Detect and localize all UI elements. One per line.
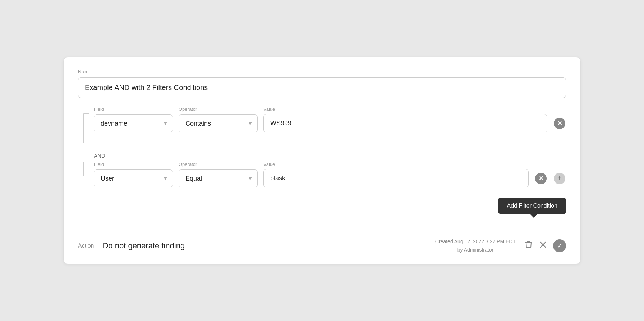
filter2-field-label: Field [94,162,173,167]
confirm-icon: ✓ [553,239,566,252]
filter1-remove-icon: ✕ [554,118,565,129]
filter2-field-select[interactable]: User [94,169,173,187]
cancel-icon [539,240,547,249]
action-icons: ✓ [524,239,566,252]
filter1-fields: Field Operator Value devname ▼ [94,107,566,151]
filter1-field-label: Field [94,107,173,112]
add-filter-button[interactable]: Add Filter Condition [498,198,566,214]
filter1-remove-button[interactable]: ✕ [553,117,566,130]
filter1-op-label: Operator [179,107,258,112]
filter2-fields: Field Operator Value User ▼ [94,162,566,192]
filter1-op-select-wrap: Contains ▼ [179,114,258,132]
filter2-value-input[interactable] [263,169,529,187]
confirm-button[interactable]: ✓ [553,239,566,252]
filter1-val-label: Value [263,107,566,112]
filter1-value-input[interactable] [263,114,547,132]
filter2-remove-icon: ✕ [535,173,547,184]
tooltip-arrow [530,214,537,218]
name-label: Name [78,69,566,74]
filter2-remove-button[interactable]: ✕ [534,172,547,185]
filter1-op-select[interactable]: Contains [179,114,258,132]
meta-info: Created Aug 12, 2022 3:27 PM EDT by Admi… [435,238,516,254]
add-filter-tooltip-wrap: Add Filter Condition [498,198,566,214]
bracket-svg-1 [78,107,94,150]
action-label: Action [78,243,94,249]
filter2-add-button[interactable]: + [553,172,566,185]
bracket-svg-2 [78,162,94,190]
filter2-val-label: Value [263,162,566,167]
delete-button[interactable] [524,240,533,251]
meta-line1: Created Aug 12, 2022 3:27 PM EDT [435,238,516,245]
trash-icon [524,240,533,249]
filter2-op-label: Operator [179,162,258,167]
and-label: AND [78,151,566,160]
main-card: Name Field Operator Value [63,57,581,264]
filter2-add-icon: + [554,173,565,184]
filter2-op-select[interactable]: Equal [179,169,258,187]
meta-line2: by Administrator [435,246,516,254]
filter1-field-select[interactable]: devname [94,114,173,132]
cancel-button[interactable] [539,240,547,251]
filter1-field-select-wrap: devname ▼ [94,114,173,132]
top-section: Name Field Operator Value [64,57,580,227]
name-input[interactable] [78,77,566,98]
filter2-field-select-wrap: User ▼ [94,169,173,187]
add-filter-wrap: Add Filter Condition [78,198,566,217]
filter2-op-select-wrap: Equal ▼ [179,169,258,187]
action-value: Do not generate finding [102,241,426,250]
filter-rows: Field Operator Value devname ▼ [78,107,566,217]
bottom-section: Action Do not generate finding Created A… [64,227,580,264]
